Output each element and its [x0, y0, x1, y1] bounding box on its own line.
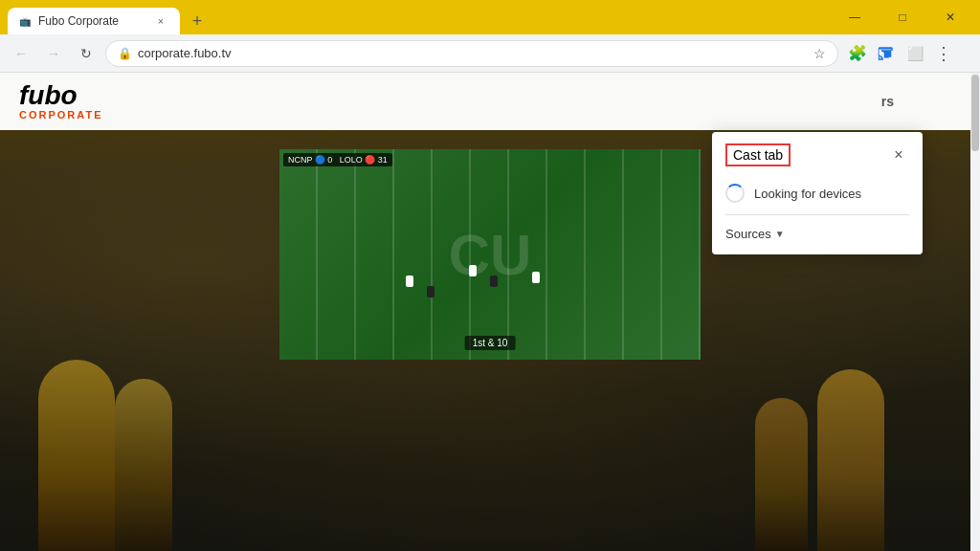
cast-divider [725, 214, 909, 215]
cast-popup: Cast tab × Looking for devices Sources ▼ [712, 132, 923, 254]
back-button[interactable]: ← [8, 40, 34, 67]
browser-toolbar: ← → ↻ 🔒 corporate.fubo.tv ☆ 🧩 ⬜ ⋮ [0, 34, 980, 73]
active-tab[interactable]: 📺 Fubo Corporate × [8, 8, 180, 34]
forward-button[interactable]: → [40, 40, 67, 67]
scrollbar-thumb[interactable] [971, 75, 979, 151]
menu-icon[interactable]: ⋮ [930, 40, 957, 67]
corporate-logo-text: CORPORATE [19, 109, 102, 121]
scrollbar[interactable] [963, 40, 972, 67]
bookmark-star-icon[interactable]: ☆ [813, 46, 826, 61]
extensions-icon[interactable]: 🧩 [844, 40, 871, 67]
sources-label: Sources [725, 227, 771, 241]
maximize-button[interactable]: □ [880, 4, 924, 31]
new-tab-button[interactable]: + [184, 8, 211, 34]
tab-close-button[interactable]: × [153, 13, 168, 29]
game-widget: CU NCNP 🔵 0 LOLO 🔴 31 1st & 10 [279, 149, 701, 360]
minimize-button[interactable]: — [833, 4, 877, 31]
page-scrollbar[interactable] [970, 73, 980, 551]
sources-row[interactable]: Sources ▼ [725, 221, 909, 247]
browser-frame: 📺 Fubo Corporate × + — □ ✕ ← → ↻ 🔒 corpo… [0, 0, 980, 551]
nav-hint: rs [881, 94, 894, 109]
looking-for-devices-row: Looking for devices [725, 178, 909, 209]
page-content: fubo CORPORATE rs About Us CU [0, 73, 980, 551]
cast-icon[interactable] [873, 40, 900, 67]
loading-spinner [725, 184, 745, 203]
refresh-button[interactable]: ↻ [73, 40, 100, 67]
cast-tab-label: Cast tab [725, 143, 791, 166]
lock-icon: 🔒 [118, 47, 132, 60]
cast-popup-header: Cast tab × [712, 132, 923, 174]
cast-close-button[interactable]: × [888, 144, 909, 165]
fubo-logo: fubo CORPORATE [19, 82, 102, 121]
fubo-logo-text: fubo [19, 82, 102, 109]
toolbar-action-icons: 🧩 ⬜ ⋮ [844, 40, 957, 67]
tab-favicon: 📺 [19, 14, 33, 28]
address-bar[interactable]: 🔒 corporate.fubo.tv ☆ [105, 40, 838, 67]
looking-for-devices-text: Looking for devices [754, 187, 861, 201]
window-controls: — □ ✕ [833, 4, 972, 31]
fullscreen-icon[interactable]: ⬜ [902, 40, 928, 67]
tab-bar: 📺 Fubo Corporate × + — □ ✕ [0, 0, 980, 34]
cast-popup-body: Looking for devices Sources ▼ [712, 174, 923, 254]
close-window-button[interactable]: ✕ [928, 4, 972, 31]
game-field: CU NCNP 🔵 0 LOLO 🔴 31 1st & 10 [279, 149, 701, 360]
sources-dropdown-icon: ▼ [775, 229, 785, 239]
site-header: fubo CORPORATE rs [0, 73, 980, 130]
url-text: corporate.fubo.tv [138, 46, 808, 60]
tab-title: Fubo Corporate [38, 14, 147, 28]
